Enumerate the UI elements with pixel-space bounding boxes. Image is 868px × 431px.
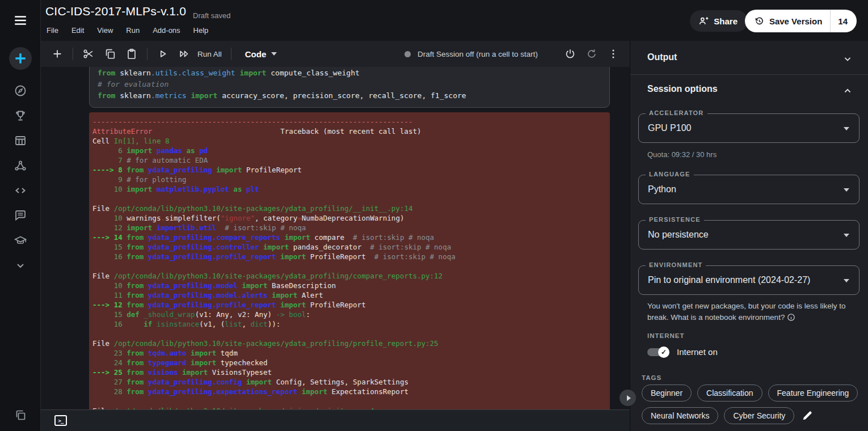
add-cell-icon — [51, 48, 64, 60]
add-cell-button[interactable] — [48, 44, 67, 64]
menu-item[interactable]: Run — [126, 26, 140, 35]
tag-pill[interactable]: Feature Engineering — [768, 384, 858, 402]
menu-item[interactable]: File — [47, 26, 58, 35]
code-cell[interactable]: from sklearn.utils.class_weight import c… — [89, 67, 610, 108]
code-editor[interactable]: from sklearn.utils.class_weight import c… — [98, 67, 600, 102]
trophy-icon — [14, 109, 27, 122]
cell-type-label: Code — [245, 49, 267, 59]
active-events-stack-icon — [14, 408, 27, 422]
panel-divider — [630, 74, 868, 75]
power-button[interactable] — [561, 44, 580, 64]
accelerator-value: GPU P100 — [648, 114, 691, 142]
paste-button[interactable] — [122, 44, 141, 64]
output-expand-button[interactable] — [842, 53, 853, 65]
sidebar-item-code[interactable] — [9, 179, 32, 202]
paste-clipboard-icon — [125, 48, 138, 60]
panel-collapse-button[interactable] — [620, 390, 636, 406]
tb-line: 10 from ydata_profiling.model import Bas… — [92, 281, 604, 290]
active-events-button[interactable] — [9, 404, 32, 426]
sidebar-item-discussions[interactable] — [9, 204, 32, 226]
app-header: CIC-IDS-2017-MLPs-v.1.0 Draft saved File… — [41, 0, 868, 41]
tag-pill[interactable]: Cyber Security — [724, 407, 794, 424]
plus-icon — [13, 51, 28, 66]
language-select[interactable]: LANGUAGE Python — [638, 175, 859, 204]
sidebar-item-datasets[interactable] — [9, 129, 32, 152]
quota-text: Quota: 09:32 / 30 hrs — [647, 150, 717, 159]
sidebar-item-learn[interactable] — [9, 229, 32, 252]
sidebar-item-competitions[interactable] — [9, 104, 32, 127]
dropdown-caret-icon — [844, 127, 849, 130]
share-label: Share — [714, 16, 738, 26]
settings-panel: Output Session options ACCELERATOR GPU P… — [630, 41, 868, 431]
more-options-button[interactable] — [604, 44, 623, 64]
accelerator-select[interactable]: ACCELERATOR GPU P100 — [638, 113, 859, 143]
copy-button[interactable] — [100, 44, 120, 64]
tag-pill[interactable]: Neural Networks — [642, 407, 718, 424]
save-version-button[interactable]: Save Version 14 — [745, 10, 857, 32]
tag-pill[interactable]: Beginner — [642, 384, 692, 402]
cut-button[interactable] — [79, 44, 98, 64]
chevron-down-icon — [271, 52, 277, 56]
tb-line: 28 from ydata_profiling.expectations_rep… — [92, 387, 604, 396]
tb-line: File /opt/conda/lib/python3.10/site-pack… — [92, 271, 604, 281]
run-cell-play-icon — [157, 48, 169, 60]
edit-tags-button[interactable] — [800, 408, 815, 423]
tb-line — [92, 194, 604, 204]
share-button[interactable]: Share — [690, 10, 748, 32]
persistence-select[interactable]: PERSISTENCE No persistence — [638, 220, 859, 250]
info-icon[interactable] — [787, 313, 795, 322]
code-line: from sklearn.metrics import accuracy_sco… — [98, 90, 600, 102]
sidebar-item-explore[interactable] — [9, 79, 32, 102]
toolbar-separator — [147, 48, 148, 60]
tb-line: 6 import pandas as pd — [92, 146, 604, 155]
check-icon: ✓ — [661, 348, 667, 356]
chevron-down-icon — [842, 53, 853, 65]
tag-pill[interactable]: Classification — [697, 384, 762, 402]
hamburger-menu-button[interactable] — [9, 9, 32, 32]
internet-toggle[interactable]: ✓ — [647, 348, 668, 356]
tb-line: 16 from ydata_profiling.profile_report i… — [92, 252, 604, 261]
run-cell-button[interactable] — [153, 44, 172, 64]
dropdown-caret-icon — [844, 234, 849, 237]
environment-select[interactable]: ENVIRONMENT Pin to original environment … — [638, 265, 859, 295]
learn-graduation-cap-icon — [14, 234, 27, 247]
pencil-edit-icon — [801, 409, 814, 422]
tb-line: 12 import importlib.util # isort:skip # … — [92, 223, 604, 233]
tb-line: 11 from ydata_profiling.model.alerts imp… — [92, 290, 604, 300]
internet-status-text: Internet on — [677, 347, 718, 357]
sidebar-more-button[interactable] — [9, 254, 32, 277]
kebab-menu-icon — [607, 48, 620, 60]
tb-line: 16 if isinstance(v1, (list, dict)): — [92, 319, 604, 329]
menu-item[interactable]: View — [97, 26, 113, 35]
internet-label: INTERNET — [647, 332, 685, 339]
cell-type-dropdown[interactable]: Code — [245, 49, 277, 59]
run-all-button[interactable] — [175, 44, 194, 64]
version-count[interactable]: 14 — [830, 10, 857, 32]
chevron-down-icon — [14, 259, 27, 272]
models-network-icon — [14, 159, 27, 172]
notebook-title[interactable]: CIC-IDS-2017-MLPs-v.1.0 — [45, 5, 186, 18]
session-options-title[interactable]: Session options — [647, 84, 718, 94]
restart-session-button[interactable] — [582, 44, 601, 64]
menu-item[interactable]: Edit — [71, 26, 84, 35]
sidebar-item-models[interactable] — [9, 154, 32, 177]
session-options-collapse-button[interactable] — [842, 85, 853, 96]
cut-scissors-icon — [82, 48, 95, 60]
menu-item[interactable]: Add-ons — [153, 26, 180, 35]
collapse-arrow-icon — [627, 395, 631, 401]
tb-line: 9 # for plotting — [92, 175, 604, 184]
console-button[interactable]: >_ — [54, 415, 67, 426]
session-status-dot-icon — [404, 51, 411, 57]
compass-icon — [14, 84, 27, 98]
language-value: Python — [648, 175, 676, 204]
share-person-add-icon — [698, 15, 709, 27]
run-all-label[interactable]: Run All — [197, 50, 222, 58]
menu-item[interactable]: Help — [193, 26, 209, 35]
session-status: Draft Session off (run a cell to start) — [404, 50, 558, 58]
create-button[interactable] — [9, 47, 32, 70]
output-section-title[interactable]: Output — [647, 52, 677, 62]
tb-line: 10 import matplotlib.pyplot as plt — [92, 184, 604, 194]
tb-line — [92, 329, 604, 339]
terminal-console-icon: >_ — [58, 418, 64, 424]
tb-line: ---> 14 from ydata_profiling.compare_rep… — [92, 233, 604, 242]
